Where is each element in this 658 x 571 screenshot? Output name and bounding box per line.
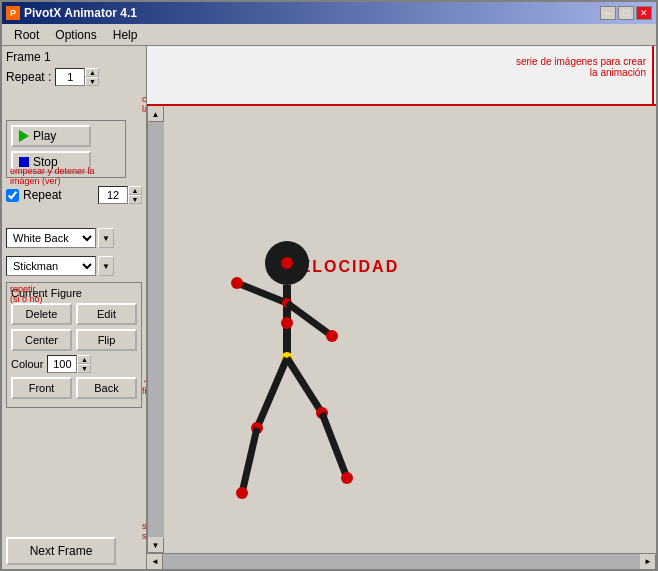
colour-down-button[interactable]: ▼ [77, 364, 91, 373]
left-leg-lower [242, 428, 257, 493]
back-button[interactable]: Back [76, 377, 137, 399]
hscroll-left-button[interactable]: ◄ [147, 554, 163, 570]
edit-button[interactable]: Edit [76, 303, 137, 325]
play-icon [19, 130, 29, 142]
speed-spinner-buttons: ▲ ▼ [128, 186, 142, 204]
scroll-down-button[interactable]: ▼ [148, 537, 164, 553]
colour-input[interactable] [47, 355, 77, 373]
menu-root[interactable]: Root [6, 26, 47, 44]
front-button[interactable]: Front [11, 377, 72, 399]
right-arm-dot [326, 330, 338, 342]
right-foot-dot [341, 472, 353, 484]
window-controls: ─ □ ✕ [600, 6, 652, 20]
stickman-row: Stickman ▼ [6, 256, 142, 276]
close-button[interactable]: ✕ [636, 6, 652, 20]
play-button[interactable]: Play [11, 125, 91, 147]
next-frame-area: Next Frame [6, 533, 142, 565]
whiteback-arrow[interactable]: ▼ [98, 228, 114, 248]
title-bar: P PivotX Animator 4.1 ─ □ ✕ [2, 2, 656, 24]
right-leg-upper [287, 358, 322, 413]
colour-up-button[interactable]: ▲ [77, 355, 91, 364]
center-button[interactable]: Center [11, 329, 72, 351]
repeat-section: Repeat : ▲ ▼ [6, 68, 142, 86]
annotation-siguiente: siguiente imagen para lasecuencia [142, 521, 147, 541]
app-title: PivotX Animator 4.1 [24, 6, 596, 20]
bottom-scrollbar: ◄ ► [147, 553, 656, 569]
left-foot-dot [236, 487, 248, 499]
speed-up-button[interactable]: ▲ [128, 186, 142, 195]
play-label: Play [33, 129, 56, 143]
center-flip-row: Center Flip [11, 329, 137, 351]
current-figure-box: Current Figure Delete Edit Center Flip C… [6, 282, 142, 408]
colour-label: Colour [11, 358, 43, 370]
filmstrip: serie de imágenes para crearla animación [147, 46, 656, 106]
left-panel: Frame 1 cantas veces se repitela secuenc… [2, 46, 147, 569]
colour-spinner: ▲ ▼ [47, 355, 91, 373]
app-window: P PivotX Animator 4.1 ─ □ ✕ Root Options… [0, 0, 658, 571]
content-area: Frame 1 cantas veces se repitela secuenc… [2, 46, 656, 569]
stickman-dropdown[interactable]: Stickman [6, 256, 96, 276]
delete-button[interactable]: Delete [11, 303, 72, 325]
stop-icon [19, 157, 29, 167]
body-dot [281, 317, 293, 329]
left-arm-dot [231, 277, 243, 289]
hscroll-track[interactable] [163, 554, 640, 570]
frame-label: Frame 1 [6, 50, 51, 64]
repeat-checkbox[interactable] [6, 189, 19, 202]
menu-options[interactable]: Options [47, 26, 104, 44]
scene-with-scroll: VELOCIDAD [147, 106, 656, 553]
whiteback-dropdown[interactable]: White Back [6, 228, 96, 248]
speed-down-button[interactable]: ▼ [128, 195, 142, 204]
whiteback-row: White Back ▼ [6, 228, 142, 248]
repeat-check-row: Repeat ▲ ▼ [6, 186, 142, 204]
flip-button[interactable]: Flip [76, 329, 137, 351]
repeat-down-button[interactable]: ▼ [85, 77, 99, 86]
left-leg-upper [257, 358, 287, 428]
hscroll-right-button[interactable]: ► [640, 554, 656, 570]
head-dot [281, 257, 293, 269]
repeat-spinner-buttons: ▲ ▼ [85, 68, 99, 86]
stop-label: Stop [33, 155, 58, 169]
repeat-label: Repeat : [6, 70, 51, 84]
next-frame-button[interactable]: Next Frame [6, 537, 116, 565]
annotation-serie: serie de imágenes para crearla animación [516, 56, 646, 78]
right-arm [287, 303, 332, 336]
scroll-up-button[interactable]: ▲ [148, 106, 164, 122]
repeat-check-label: Repeat [23, 188, 62, 202]
menu-help[interactable]: Help [105, 26, 146, 44]
scroll-track[interactable] [148, 122, 164, 537]
colour-row: Colour ▲ ▼ [11, 355, 137, 373]
colour-spinner-buttons: ▲ ▼ [77, 355, 91, 373]
delete-edit-row: Delete Edit [11, 303, 137, 325]
stop-button[interactable]: Stop [11, 151, 91, 173]
left-arm [237, 283, 287, 303]
maximize-button[interactable]: □ [618, 6, 634, 20]
menu-bar: Root Options Help [2, 24, 656, 46]
minimize-button[interactable]: ─ [600, 6, 616, 20]
speed-spinner: ▲ ▼ [98, 186, 142, 204]
annotation-figura: ← figura [142, 376, 147, 396]
play-stop-box: Play Stop [6, 120, 126, 178]
repeat-spinner: ▲ ▼ [55, 68, 99, 86]
frame-section: Frame 1 [6, 50, 142, 64]
current-figure-title: Current Figure [11, 287, 137, 299]
stickman-arrow[interactable]: ▼ [98, 256, 114, 276]
front-back-row: Front Back [11, 377, 137, 399]
right-scrollbar: ▲ ▼ [147, 106, 163, 553]
repeat-up-button[interactable]: ▲ [85, 68, 99, 77]
right-area: serie de imágenes para crearla animación… [147, 46, 656, 569]
app-icon: P [6, 6, 20, 20]
repeat-input[interactable] [55, 68, 85, 86]
right-leg-lower [322, 413, 347, 478]
stickman-svg [207, 228, 367, 508]
speed-input[interactable] [98, 186, 128, 204]
